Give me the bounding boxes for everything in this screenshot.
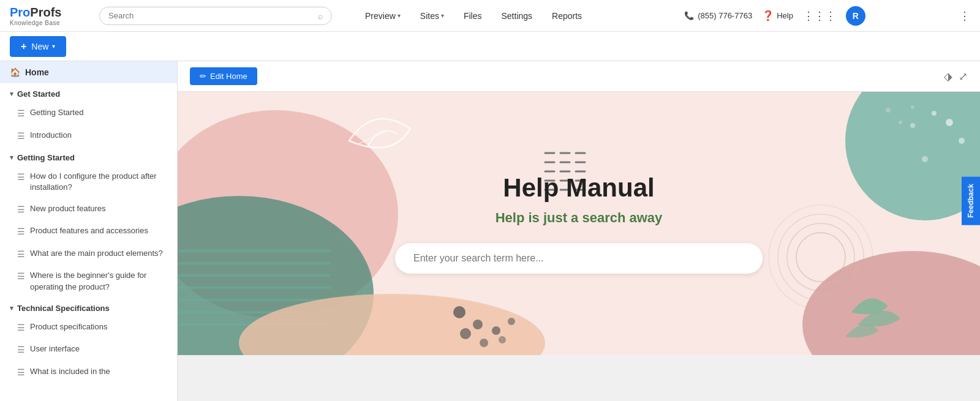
edit-bar: ✏ Edit Home ⬗ ⤢ — [178, 61, 980, 92]
nav-files[interactable]: Files — [455, 7, 491, 24]
logo: ProProfs Knowledge Base — [10, 6, 89, 26]
hero-search-input[interactable] — [395, 243, 763, 274]
svg-point-36 — [480, 339, 488, 347]
help-link[interactable]: ❓ Help — [762, 10, 793, 21]
edit-home-button[interactable]: ✏ Edit Home — [190, 67, 257, 85]
chevron-down-icon: ▾ — [398, 12, 401, 19]
sidebar-item-new-features[interactable]: ☰ New product features — [0, 198, 177, 221]
logo-pro-text: Pro — [10, 6, 30, 20]
search-input[interactable] — [108, 11, 313, 20]
svg-point-3 — [899, 121, 902, 124]
svg-point-31 — [453, 306, 466, 318]
main-nav: Preview ▾ Sites ▾ Files Settings Reports — [356, 7, 590, 24]
sidebar-section-get-started[interactable]: ▾ Get Started — [0, 83, 177, 102]
document-icon: ☰ — [17, 108, 25, 120]
svg-point-44 — [932, 111, 937, 116]
svg-point-34 — [508, 318, 515, 325]
svg-point-46 — [910, 123, 915, 128]
logo-subtitle: Knowledge Base — [10, 20, 60, 26]
document-icon: ☰ — [17, 249, 25, 261]
search-bar[interactable]: ⌕ — [99, 7, 332, 25]
document-icon: ☰ — [17, 271, 25, 283]
plus-icon: + — [21, 41, 26, 52]
main-layout: 🏠 Home ▾ Get Started ☰ Getting Started ☰… — [0, 61, 980, 401]
chevron-down-icon: ▾ — [10, 154, 13, 162]
hero-content: Help Manual Help is just a search away — [395, 173, 763, 274]
chevron-down-icon: ▾ — [10, 304, 13, 312]
svg-point-45 — [959, 138, 965, 144]
hero-title: Help Manual — [395, 173, 763, 203]
nav-settings[interactable]: Settings — [492, 7, 541, 24]
svg-point-47 — [922, 156, 928, 162]
svg-point-35 — [460, 328, 471, 339]
logo-profs-text: Profs — [30, 6, 61, 20]
document-icon: ☰ — [17, 204, 25, 216]
nav-preview[interactable]: Preview ▾ — [356, 7, 409, 24]
fullscreen-icon[interactable]: ⤢ — [959, 70, 968, 83]
document-icon: ☰ — [17, 367, 25, 379]
svg-point-2 — [886, 108, 891, 113]
help-icon: ❓ — [762, 10, 774, 21]
document-icon: ☰ — [17, 344, 25, 356]
sidebar-item-getting-started-1[interactable]: ☰ Getting Started — [0, 102, 177, 125]
hero-subtitle: Help is just a search away — [395, 210, 763, 226]
sidebar-item-home[interactable]: 🏠 Home — [0, 61, 177, 83]
sidebar-item-product-features[interactable]: ☰ Product features and accessories — [0, 220, 177, 243]
document-icon: ☰ — [17, 322, 25, 334]
nav-sites[interactable]: Sites ▾ — [412, 7, 453, 24]
phone-number: 📞 (855) 776-7763 — [684, 11, 752, 20]
search-icon: ⌕ — [318, 11, 323, 21]
grid-icon[interactable]: ⋮⋮⋮ — [803, 9, 836, 23]
nav-right-area: 📞 (855) 776-7763 ❓ Help ⋮⋮⋮ R — [684, 6, 865, 26]
new-button[interactable]: + New ▾ — [10, 36, 66, 57]
sidebar-section-technical[interactable]: ▾ Technical Specifications — [0, 298, 177, 317]
share-icon[interactable]: ⬗ — [944, 70, 952, 83]
svg-point-33 — [492, 326, 500, 335]
sidebar-section-getting-started[interactable]: ▾ Getting Started — [0, 147, 177, 166]
sidebar-item-introduction[interactable]: ☰ Introduction — [0, 125, 177, 148]
phone-icon: 📞 — [684, 11, 694, 20]
content-area: ✏ Edit Home ⬗ ⤢ — [178, 61, 980, 401]
document-icon: ☰ — [17, 171, 25, 184]
sidebar-item-user-interface[interactable]: ☰ User interface — [0, 339, 177, 361]
sidebar: 🏠 Home ▾ Get Started ☰ Getting Started ☰… — [0, 61, 178, 401]
sidebar-item-main-elements[interactable]: ☰ What are the main product elements? — [0, 243, 177, 266]
more-options-icon[interactable]: ⋮ — [959, 9, 970, 23]
sidebar-item-what-is-included[interactable]: ☰ What is included in the — [0, 361, 177, 384]
document-icon: ☰ — [17, 226, 25, 238]
document-icon: ☰ — [17, 130, 25, 143]
svg-point-37 — [499, 336, 506, 343]
hero-banner: Help Manual Help is just a search away — [178, 92, 980, 355]
sidebar-item-product-specs[interactable]: ☰ Product specifications — [0, 317, 177, 339]
action-bar: + New ▾ — [0, 32, 980, 61]
sidebar-item-beginners-guide[interactable]: ☰ Where is the beginner's guide for oper… — [0, 265, 177, 297]
svg-point-32 — [473, 320, 483, 329]
home-icon: 🏠 — [10, 67, 20, 77]
pencil-icon: ✏ — [200, 72, 206, 81]
top-navbar: ProProfs Knowledge Base ⌕ Preview ▾ Site… — [0, 0, 980, 32]
nav-reports[interactable]: Reports — [543, 7, 590, 24]
chevron-down-icon: ▾ — [10, 90, 13, 98]
top-right-icons: ⬗ ⤢ — [944, 70, 968, 83]
svg-point-4 — [911, 105, 914, 109]
avatar[interactable]: R — [846, 6, 865, 26]
svg-point-43 — [946, 119, 953, 126]
feedback-tab[interactable]: Feedback — [962, 176, 980, 225]
chevron-down-icon: ▾ — [52, 43, 55, 50]
sidebar-item-configure[interactable]: ☰ How do I configure the product after i… — [0, 166, 177, 198]
chevron-down-icon: ▾ — [441, 12, 444, 19]
